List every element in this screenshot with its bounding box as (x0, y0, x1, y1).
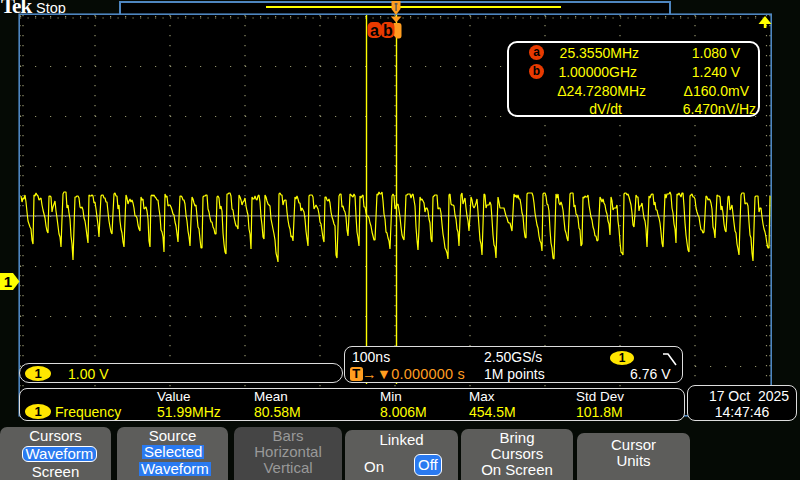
svg-text:a: a (370, 22, 379, 39)
svg-text:b: b (383, 22, 393, 39)
svg-text:1: 1 (4, 273, 12, 290)
